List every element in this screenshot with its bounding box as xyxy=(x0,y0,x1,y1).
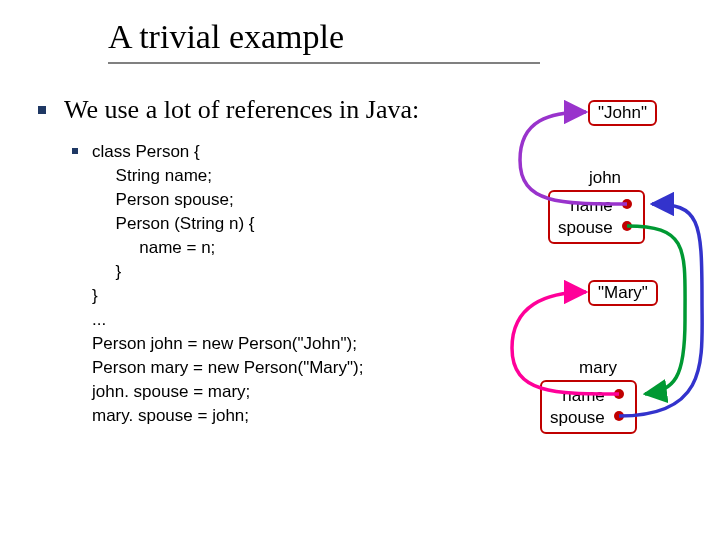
mary-string-box: "Mary" xyxy=(588,280,658,306)
mary-object-label: mary xyxy=(558,358,638,378)
john-object-box: name spouse xyxy=(548,190,645,244)
mary-spouse-field: spouse xyxy=(550,407,605,429)
john-spouse-field: spouse xyxy=(558,217,613,239)
dot-icon xyxy=(614,389,624,399)
title-block: A trivial example xyxy=(0,0,720,64)
mary-object-box: name spouse xyxy=(540,380,637,434)
square-bullet-icon xyxy=(72,148,78,154)
dot-icon xyxy=(614,411,624,421)
mary-name-field: name xyxy=(550,385,605,407)
john-object-label: john xyxy=(565,168,645,188)
john-name-field: name xyxy=(558,195,613,217)
object-diagram: "John" john name spouse "Mary" mary name… xyxy=(510,100,710,490)
square-bullet-icon xyxy=(38,106,46,114)
code-block: class Person { String name; Person spous… xyxy=(92,140,363,428)
dot-icon xyxy=(622,221,632,231)
john-string-box: "John" xyxy=(588,100,657,126)
dot-icon xyxy=(622,199,632,209)
bullet-text: We use a lot of references in Java: xyxy=(64,94,419,126)
slide-title: A trivial example xyxy=(108,18,720,56)
